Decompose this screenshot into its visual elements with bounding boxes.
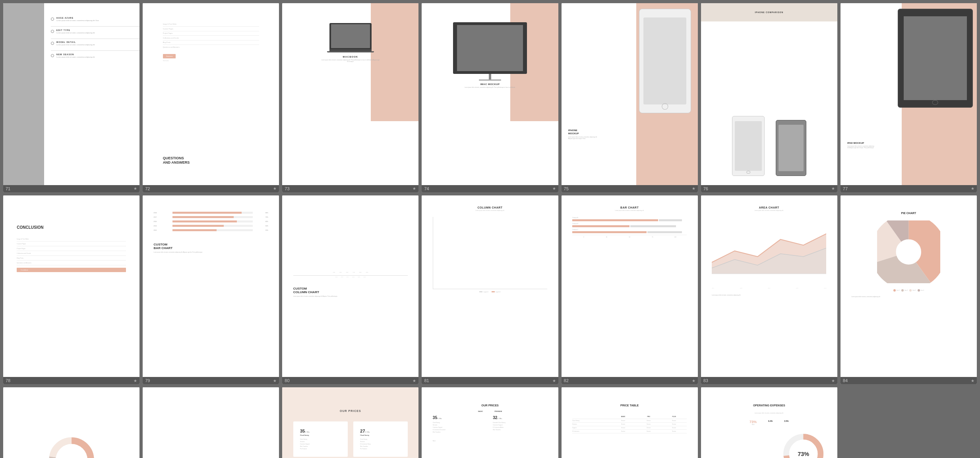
list-item: MODEL DETAIL Lorem ipsum dolor sit amet,… <box>51 41 139 46</box>
pin-icon <box>51 17 54 21</box>
chart-title: PIE CHART <box>851 212 966 215</box>
slide-85[interactable]: This That Title 85 ★ <box>3 387 139 458</box>
slide-number: 79 <box>145 378 150 383</box>
op-stats: 73% 2016 6.4% 3.5% <box>712 420 826 425</box>
bar-chart-rows: 2018 86% 2017 76% 2016 80% 2014 <box>154 212 268 231</box>
divider <box>51 50 139 51</box>
star-icon: ★ <box>971 379 974 383</box>
op-title: OPERATING EXPENSES <box>712 404 826 407</box>
slide-description: Lorem ipsum dolor sit amet, consectetur … <box>847 145 875 149</box>
slide-73[interactable]: MACBOOK Lorem ipsum dolor sit amet, cons… <box>282 3 418 192</box>
slide-84[interactable]: PIE CHART Item 1 Item 2 Item 3 Item 4 Lo… <box>841 195 977 385</box>
item-subtitle: Lorem ipsum dolor sit amet, consectetur … <box>56 56 95 58</box>
item-subtitle: Lorem ipsum dolor sit amet, consectetur … <box>56 32 95 34</box>
slide-89[interactable]: PRICE TABLE BASIC PRO PLUS Cloud Saving … <box>562 387 698 458</box>
slide-75[interactable]: IPHONEMOCKUP Lorem ipsum dolor sit amet,… <box>562 3 698 192</box>
slide-footer-82: 82 ★ <box>562 377 698 384</box>
slide-80[interactable]: 4.3M 2.5M 3.5M 2.7M 5.3M <box>282 195 418 385</box>
mic-icon <box>51 30 54 33</box>
table-row: Support Service Service Service <box>572 426 687 430</box>
price-note: Basic <box>433 440 547 442</box>
left-gray-bar <box>3 3 44 185</box>
star-icon: ★ <box>413 379 416 383</box>
list-item: Custom Pages <box>17 243 126 246</box>
slide-number: 74 <box>424 186 429 191</box>
star-icon: ★ <box>134 186 137 191</box>
slide-footer-71: 71 ★ <box>3 185 139 192</box>
star-icon: ★ <box>831 186 835 191</box>
slide-title: IPHONEMOCKUP <box>568 129 600 135</box>
prices-title: OUR PRICES <box>433 404 547 407</box>
item-title: MODEL DETAIL <box>56 41 95 43</box>
star-icon: ★ <box>692 379 695 383</box>
slide-90[interactable]: OPERATING EXPENSES Lorem ipsum dolor sit… <box>701 387 837 458</box>
ipad-image <box>898 9 973 108</box>
slide-76[interactable]: IPHONE COMPARISON 76 ★ <box>701 3 837 192</box>
imac-image <box>453 22 527 81</box>
svg-text:73%: 73% <box>798 451 809 458</box>
top-bar: IPHONE COMPARISON <box>701 3 837 21</box>
item-text: MODEL DETAIL Lorem ipsum dolor sit amet,… <box>56 41 95 46</box>
slide-footer-83: 83 ★ <box>701 377 837 384</box>
slide-number: 80 <box>285 378 289 383</box>
slide-footer-72: 72 ★ <box>143 185 279 192</box>
slide-77[interactable]: IPAD MOCKUP Lorem ipsum dolor sit amet, … <box>841 3 977 192</box>
price-cards: 35€ / Mo. Cloud Saving Cloud SavingServi… <box>293 421 408 457</box>
item-text: EDIT TYPE Lorem ipsum dolor sit amet, co… <box>56 29 95 34</box>
slide-83[interactable]: AREA CHART Lorem ipsum dolor sit amet, c… <box>701 195 837 385</box>
item-title: HUGE AZURE <box>56 17 99 19</box>
slide-title: IPAD MOCKUP <box>847 142 875 144</box>
slide-72[interactable]: Image & Text Slider Custom Pages Project… <box>143 3 279 192</box>
list-item: NEW SEASON Lorem ipsum dolor sit amet, c… <box>51 53 139 58</box>
chart-title: COLUMN CHART <box>433 206 547 209</box>
slide-86[interactable]: 86 ★ <box>143 387 279 458</box>
star-icon: ★ <box>552 186 556 191</box>
chart-subtitle: Lorem ipsum dolor sit amet, consectetur … <box>433 210 547 211</box>
item-title: NEW SEASON <box>56 53 95 56</box>
star-icon: ★ <box>413 186 416 191</box>
chart-subtitle: Lorem ipsum dolor sit amet, consectetur … <box>712 210 826 211</box>
slide-81[interactable]: COLUMN CHART Lorem ipsum dolor sit amet,… <box>422 195 558 385</box>
star-icon: ★ <box>273 379 277 383</box>
slide-74[interactable]: IMAC MOCKUP Lorem ipsum dolor sit amet, … <box>422 3 558 192</box>
star-icon: ★ <box>831 379 835 383</box>
item-subtitle: Lorem ipsum dolor sit amet, consectetur … <box>56 44 95 46</box>
list-item: Questions and Answers <box>17 262 126 265</box>
chart-subtitle: Lorem ipsum dolor sit amet, consectetur … <box>572 210 687 211</box>
slide-title: MACBOOK <box>343 56 358 58</box>
pin-icon <box>51 42 54 45</box>
item-subtitle: Lorem ipsum dolor sit amet, consectetur … <box>56 19 99 21</box>
slide-71[interactable]: HUGE AZURE Lorem ipsum dolor sit amet, c… <box>3 3 139 192</box>
slide-71-content: HUGE AZURE Lorem ipsum dolor sit amet, c… <box>51 3 139 58</box>
slide-79[interactable]: 2018 86% 2017 76% 2016 80% 2014 <box>143 195 279 385</box>
slide-82[interactable]: BAR CHART Lorem ipsum dolor sit amet, co… <box>562 195 698 385</box>
chart-title: CUSTOMCOLUMN CHART <box>293 287 408 294</box>
slide-footer-74: 74 ★ <box>422 185 558 192</box>
pie-legend: Item 1 Item 2 Item 3 Item 4 <box>851 289 966 292</box>
slide-text-block: IPHONEMOCKUP Lorem ipsum dolor sit amet,… <box>568 129 600 139</box>
donut-chart <box>32 404 110 458</box>
slide-footer-75: 75 ★ <box>562 185 698 192</box>
op-subtitle: Lorem ipsum dolor sit amet, consectetur … <box>712 412 826 414</box>
conclusion-title: CONCLUSION <box>17 225 126 230</box>
star-icon: ★ <box>552 379 556 383</box>
qa-title: QUESTIONSAND ANSWERS <box>163 156 259 165</box>
slide-footer-79: 79 ★ <box>143 377 279 384</box>
list-item: Collections and Goods <box>17 253 126 256</box>
item-title: EDIT TYPE <box>56 29 95 31</box>
price-1: 35€ / Mo. <box>300 429 341 433</box>
macbook-image <box>329 23 372 52</box>
overview-button[interactable]: Overview <box>163 54 176 58</box>
legend: Legend 1 Legend 2 <box>433 291 547 293</box>
price-card-2: 27€ / Mo. Cloud Saving Cloud SavingServi… <box>353 421 408 457</box>
slide-88[interactable]: OUR PRICES BASIC PREMIUM 35€ / Mo. Cloud… <box>422 387 558 458</box>
slide-78[interactable]: CONCLUSION Image & Text Slider Custom Pa… <box>3 195 139 385</box>
x-labels: 2013 2016 2017 2018 2019 2020 <box>293 276 408 278</box>
slide-number: 81 <box>424 378 429 383</box>
list-item: Blog Posts <box>17 257 126 261</box>
slide-footer-77: 77 ★ <box>841 185 977 192</box>
list-item: Image & Text Slider <box>17 238 126 242</box>
slide-87[interactable]: OUR PRICES 35€ / Mo. Cloud Saving Cloud … <box>282 387 418 458</box>
gauge-chart: 73% <box>712 431 826 458</box>
contribute-button[interactable]: Contribute <box>17 268 126 272</box>
